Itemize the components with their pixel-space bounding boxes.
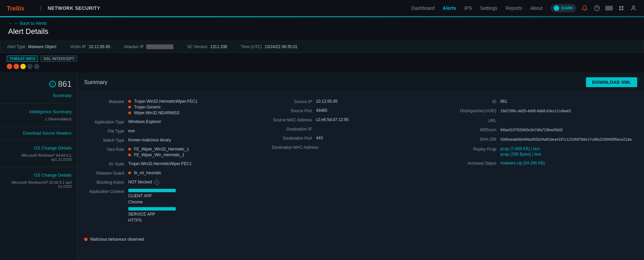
time-value: 10/24/22 08:35:01 <box>265 44 298 49</box>
logo-divider: | <box>40 4 42 12</box>
back-arrow-icon: ← <box>8 21 13 26</box>
app-context-bar <box>128 189 176 192</box>
svg-text:Trellix: Trellix <box>7 5 24 12</box>
distinguisher-value: 19d7399c-dd25-4d06-8db8-b3ec111dba01 <box>500 108 634 114</box>
malware-dot-1 <box>128 100 131 103</box>
app-context-label: Application Context <box>84 189 128 194</box>
nav-ips[interactable]: IPS <box>465 5 472 11</box>
av-suite-row: AV Suite Trojan.Win32.HermeticWiper.FEC1 <box>84 161 265 166</box>
replay-pcap-values: pcap (7.869 KB) | text pcap (336 Bytes) … <box>500 146 634 157</box>
distinguisher-label: Distinguisher(UUID) <box>456 108 500 113</box>
replay-pcap-row: Replay Pcap pcap (7.869 KB) | text pcap … <box>456 146 634 157</box>
malware-guard-value: fe_ml_heuristic <box>128 171 265 175</box>
source-ip-label: Source IP <box>272 99 316 104</box>
dest-mac-label: Destination MAC Address <box>272 145 322 150</box>
malware-item-3: Wiper.Win32.NEARMISS <box>128 111 265 115</box>
attacker-ip-value <box>146 44 173 49</box>
malware-guard-item: fe_ml_heuristic <box>128 171 265 175</box>
malware-guard-label: Malware Guard <box>84 171 128 176</box>
nav-dashboard[interactable]: Dashboard <box>411 5 435 11</box>
ssl-intercept-tag: SSL INTERCEPT <box>41 56 77 62</box>
back-to-alerts-link[interactable]: ← ← Back to Alerts <box>8 21 636 26</box>
md5-row: MD5sum 84ba0197920fd3e2b7dfa719fee09d2f <box>456 127 634 133</box>
sha256-row: SHA-256 0385eeab00e946a302b24a91dea4187c… <box>456 137 634 142</box>
user-icon[interactable] <box>630 4 637 12</box>
source-mac-row: Source MAC Address c2:e6:5d:d7:12:95 <box>272 117 449 122</box>
alert-meta-bar: Alert Type Malware Object Victim IP 10.1… <box>0 41 644 53</box>
download-xml-button[interactable]: DOWNLOAD XML <box>586 77 637 87</box>
app-type-label: Application Type <box>84 119 128 124</box>
blocking-action-label: Blocking Action <box>84 180 128 185</box>
dest-port-label: Destination Port <box>272 136 316 141</box>
svg-rect-6 <box>622 8 623 10</box>
dest-mac-row: Destination MAC Address <box>272 145 449 150</box>
nav-about[interactable]: About <box>530 5 543 11</box>
yara-dot-2 <box>128 154 131 156</box>
nav-settings[interactable]: Settings <box>480 5 497 11</box>
help-icon[interactable] <box>593 4 601 12</box>
malware-dot-2 <box>128 106 131 108</box>
malware-item-1: Trojan.Win32.HermeticWiper.FEC1 <box>128 99 265 104</box>
sidebar-summary-link[interactable]: Summary <box>0 90 77 101</box>
yara-dot-1 <box>128 148 131 151</box>
source-mac-label: Source MAC Address <box>272 117 316 122</box>
av-suite-label: AV Suite <box>84 161 128 166</box>
file-type-row: File Type exe <box>84 128 265 134</box>
app-context-chrome: Chrome <box>128 200 265 204</box>
sha256-value: 0385eeab00e946a302b24a91dea4187c1210597b… <box>500 137 634 142</box>
dest-port-value: 443 <box>316 136 449 140</box>
sidebar-os-change-2-link[interactable]: OS Change Details <box>0 170 77 180</box>
top-navigation: Trellix | NETWORK SECURITY Dashboard Ale… <box>0 0 644 16</box>
sidebar-download-headers-link[interactable]: Download Source Headers <box>0 129 77 137</box>
id-row: ID 861 <box>456 99 634 104</box>
sidebar-os-change-2-detail: Microsoft WindowsXP 32-bit 5.1 sp3 21.01… <box>0 180 77 191</box>
user-profile-icon[interactable] <box>605 4 613 12</box>
app-context-https: HTTPS <box>128 218 265 223</box>
malware-dot-3 <box>128 112 131 114</box>
malware-value-3: Wiper.Win32.NEARMISS <box>134 111 179 115</box>
grid-icon[interactable] <box>618 4 625 12</box>
malware-value-2: Trojan.Generic <box>134 105 161 109</box>
alert-number-value: 861 <box>58 79 72 89</box>
id-value: 861 <box>500 99 634 104</box>
source-ip-row: Source IP 10.12.65.95 <box>272 99 449 104</box>
detail-col-3: ID 861 Distinguisher(UUID) 19d7399c-dd25… <box>453 99 637 227</box>
source-port-value: 49465 <box>316 108 449 113</box>
svg-rect-5 <box>619 8 621 10</box>
dark-mode-toggle[interactable]: DARK <box>551 4 576 12</box>
blocking-action-value: NOT blocked i <box>128 180 265 185</box>
meta-time: Time (UTC) 10/24/22 08:35:01 <box>241 44 308 49</box>
archived-object-value[interactable]: malware.zip (54.286 KB) <box>500 161 634 165</box>
severity-dots-row <box>0 62 644 73</box>
notifications-bell-icon[interactable] <box>581 4 588 12</box>
distinguisher-row: Distinguisher(UUID) 19d7399c-dd25-4d06-8… <box>456 108 634 114</box>
detail-col-2: Source IP 10.12.65.95 Source Port 49465 … <box>268 99 453 227</box>
tags-row: THREAT INFO SSL INTERCEPT <box>0 53 644 62</box>
sidebar: ⓘ 861 Summary Intelligence Summary 1 Obs… <box>0 73 77 260</box>
md5-label: MD5sum <box>456 127 500 132</box>
severity-dot-3 <box>20 64 26 69</box>
replay-pcap-link-1[interactable]: pcap (7.869 KB) | text <box>500 146 634 151</box>
malicious-row: Malicious behaviour observed <box>77 234 644 248</box>
sidebar-divider-3 <box>0 140 77 140</box>
nav-reports[interactable]: Reports <box>506 5 522 11</box>
malware-row: Malware Trojan.Win32.HermeticWiper.FEC1 … <box>84 99 265 115</box>
nav-alerts[interactable]: Alerts <box>443 5 456 11</box>
severity-dot-5 <box>34 64 39 69</box>
archived-object-label: Archived Object <box>456 161 500 166</box>
sidebar-intelligence-link[interactable]: Intelligence Summary <box>0 106 77 117</box>
replay-pcap-link-2[interactable]: pcap (336 Bytes) | text <box>500 152 634 157</box>
archived-object-row: Archived Object malware.zip (54.286 KB) <box>456 161 634 166</box>
replay-pcap-label: Replay Pcap <box>456 146 500 152</box>
sidebar-os-change-1-link[interactable]: OS Change Details <box>0 143 77 153</box>
md5-value: 84ba0197920fd3e2b7dfa719fee09d2f <box>500 127 634 133</box>
trellix-logo-icon: Trellix <box>7 4 34 12</box>
alert-type-value: Malware Object <box>28 44 56 49</box>
sidebar-divider-2 <box>0 126 77 127</box>
app-type-row: Application Type Windows Explorer <box>84 119 265 124</box>
app-context-service-wrapper: SERVICE APP HTTPS <box>128 207 265 223</box>
malware-item-2: Trojan.Generic <box>128 105 265 109</box>
content-area: Summary DOWNLOAD XML Malware Trojan.Win3… <box>77 73 644 260</box>
blocking-info-icon[interactable]: i <box>154 180 159 185</box>
severity-dot-4 <box>27 64 33 69</box>
